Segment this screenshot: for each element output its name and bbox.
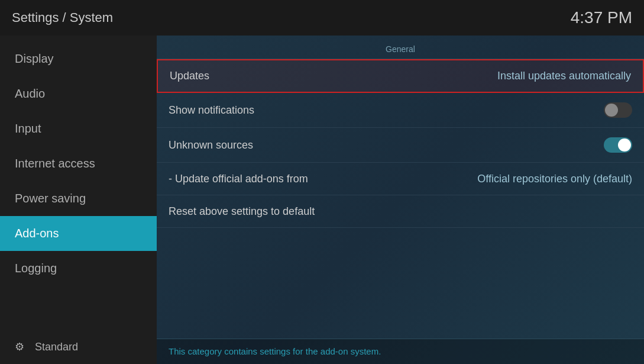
sidebar: Display Audio Input Internet access Powe…	[0, 36, 157, 364]
content-area: General Updates Install updates automati…	[157, 36, 644, 364]
reset-settings-row[interactable]: Reset above settings to default	[157, 195, 644, 228]
page-title: Settings / System	[12, 10, 113, 25]
header: Settings / System 4:37 PM	[0, 0, 644, 36]
show-notifications-toggle[interactable]	[604, 102, 632, 118]
settings-level-label: Standard	[35, 341, 78, 353]
unknown-sources-toggle[interactable]	[604, 137, 632, 153]
updates-label: Updates	[170, 70, 209, 82]
updates-value: Install updates automatically	[497, 70, 631, 82]
main-layout: Display Audio Input Internet access Powe…	[0, 36, 644, 364]
gear-icon: ⚙	[15, 340, 28, 353]
sidebar-item-logging[interactable]: Logging	[0, 251, 157, 286]
update-official-addons-label: - Update official add-ons from	[169, 173, 308, 185]
status-bar: This category contains settings for the …	[157, 339, 644, 364]
update-official-addons-value: Official repositories only (default)	[477, 173, 632, 185]
unknown-sources-label: Unknown sources	[169, 139, 253, 152]
show-notifications-label: Show notifications	[169, 104, 254, 117]
reset-settings-label: Reset above settings to default	[169, 205, 315, 218]
settings-content: General Updates Install updates automati…	[157, 36, 644, 339]
sidebar-footer: ⚙ Standard	[0, 330, 157, 364]
clock: 4:37 PM	[571, 8, 632, 27]
unknown-sources-row[interactable]: Unknown sources	[157, 128, 644, 163]
sidebar-item-audio[interactable]: Audio	[0, 76, 157, 111]
sidebar-item-display[interactable]: Display	[0, 41, 157, 76]
section-label: General	[157, 41, 644, 59]
show-notifications-row[interactable]: Show notifications	[157, 93, 644, 128]
update-official-addons-row[interactable]: - Update official add-ons from Official …	[157, 163, 644, 195]
sidebar-item-add-ons[interactable]: Add-ons	[0, 216, 157, 251]
updates-row[interactable]: Updates Install updates automatically	[157, 59, 644, 93]
status-text: This category contains settings for the …	[169, 346, 381, 356]
sidebar-item-internet-access[interactable]: Internet access	[0, 146, 157, 181]
sidebar-item-input[interactable]: Input	[0, 111, 157, 146]
sidebar-item-power-saving[interactable]: Power saving	[0, 181, 157, 216]
